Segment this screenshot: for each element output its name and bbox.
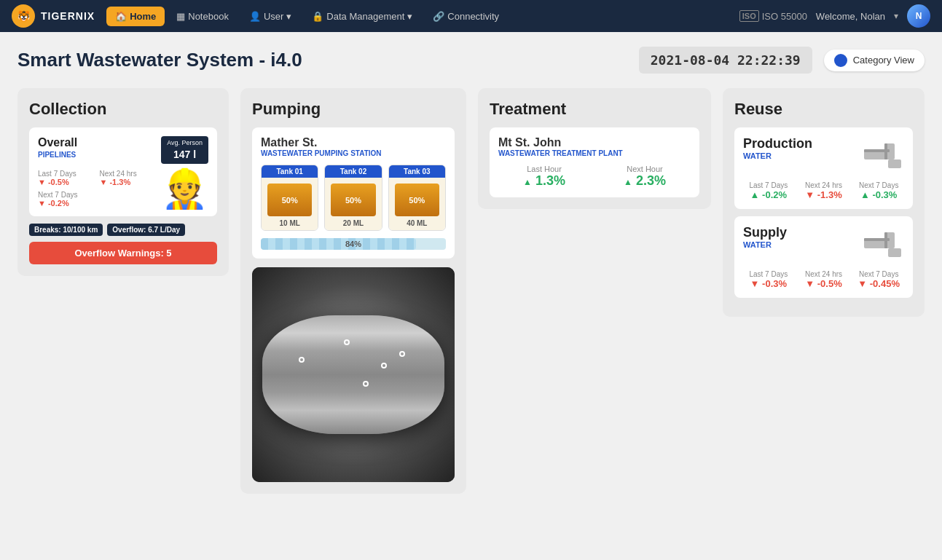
station-sub: WASTEWATER PUMPING STATION	[261, 149, 446, 157]
lock-icon: 🔒	[312, 11, 323, 22]
production-sub: WATER	[743, 151, 812, 160]
avatar[interactable]: N	[907, 4, 930, 28]
supply-stat-next7: Next 7 Days ▼ -0.45%	[853, 270, 904, 289]
tank-03-volume: 40 ML	[392, 219, 442, 227]
pipe-marker-1	[299, 357, 305, 363]
production-header: Production WATER	[743, 136, 904, 176]
supply-stat-next24: Next 24 hrs ▼ -0.5%	[798, 270, 849, 289]
supply-header: Supply WATER	[743, 225, 904, 264]
production-stats: Last 7 Days ▲ -0.2% Next 24 hrs ▼ -1.3% …	[743, 181, 904, 200]
tank-03: Tank 03 50% 40 ML	[388, 165, 446, 231]
treatment-stats: Last Hour ▲ 1.3% Next Hour ▲ 2.3%	[498, 165, 691, 189]
stat-next7: Next 7 Days ▼ -0.2%	[38, 191, 95, 208]
collection-title: Collection	[29, 100, 217, 119]
prod-stat-next7: Next 7 Days ▲ -0.3%	[853, 181, 904, 200]
nav-right: ISO ISO 55000 Welcome, Nolan ▾ N	[739, 4, 930, 28]
nav-connectivity[interactable]: 🔗 Connectivity	[424, 7, 508, 26]
chevron-down-icon-2: ▾	[407, 11, 412, 22]
production-card: Production WATER	[734, 127, 913, 209]
stat-last7: Last 7 Days ▼ -0.5%	[38, 170, 95, 186]
overflow-badge: Overflow: 6.7 L/Day	[107, 224, 185, 236]
tank-02-label: Tank 02	[325, 165, 381, 178]
plant-sub: WASTEWATER TREATMENT PLANT	[498, 149, 691, 157]
navbar: 🐯 TIGERNIX 🏠 Home ▦ Notebook 👤 User ▾ 🔒 …	[0, 0, 942, 32]
production-text: Production WATER	[743, 136, 812, 160]
treatment-card: Mt St. John WASTEWATER TREATMENT PLANT L…	[490, 127, 699, 197]
supply-pipe-icon	[860, 225, 904, 264]
supply-stat-last7: Last 7 Days ▼ -0.3%	[743, 270, 794, 289]
brand-name: TIGERNIX	[41, 10, 95, 22]
supply-card: Supply WATER	[734, 216, 913, 298]
tank-03-fill: 50%	[395, 184, 439, 216]
tank-02-body: 50% 20 ML	[325, 178, 381, 230]
pipe-image	[252, 267, 455, 482]
supply-sub: WATER	[743, 240, 787, 249]
overall-header: Overall PIPELINES Avg. Person 147 l	[38, 136, 208, 164]
pipe-svg-production	[860, 136, 904, 173]
nav-home[interactable]: 🏠 Home	[106, 7, 165, 26]
collection-stats: Last 7 Days ▼ -0.5% Next 24 hrs ▼ -1.3% …	[38, 170, 157, 208]
iso-label: ISO 55000	[762, 11, 807, 22]
stat-next-hour: Next Hour ▲ 2.3%	[599, 165, 691, 189]
tank-03-label: Tank 03	[389, 165, 445, 178]
tank-02-fill: 50%	[331, 184, 375, 216]
svg-rect-4	[884, 143, 887, 159]
tank-03-body: 50% 40 ML	[389, 178, 445, 230]
breaks-row: Breaks: 10/100 km Overflow: 6.7 L/Day	[29, 224, 217, 236]
toggle-indicator	[834, 54, 847, 67]
main-grid: Collection Overall PIPELINES Avg. Person…	[17, 88, 925, 494]
page-header: Smart Wastewater System - i4.0 2021-08-0…	[17, 47, 925, 74]
page: Smart Wastewater System - i4.0 2021-08-0…	[0, 32, 942, 508]
tank-02: Tank 02 50% 20 ML	[324, 165, 382, 231]
brand-logo: 🐯	[12, 4, 35, 28]
nav-data-label: Data Management	[326, 11, 404, 22]
arrow-up-icon-1: ▲	[523, 177, 532, 187]
pipelines-label: PIPELINES	[38, 151, 77, 159]
worker-illustration: 👷	[161, 170, 208, 208]
tank-01-fill: 50%	[267, 184, 312, 216]
treatment-section: Treatment Mt St. John WASTEWATER TREATME…	[478, 88, 711, 209]
pumping-progress-bar: 84%	[261, 238, 446, 250]
page-title: Smart Wastewater System - i4.0	[17, 49, 302, 71]
pipe-marker-5	[399, 351, 405, 357]
supply-text: Supply WATER	[743, 225, 787, 249]
connectivity-icon: 🔗	[433, 11, 444, 22]
nav-user-label: User	[264, 11, 283, 22]
nav-notebook[interactable]: ▦ Notebook	[168, 7, 238, 26]
pipe-marker-3	[363, 381, 369, 387]
nav-notebook-label: Notebook	[188, 11, 229, 22]
progress-fill	[261, 238, 416, 250]
tank-02-volume: 20 ML	[328, 219, 378, 227]
prod-stat-next24: Next 24 hrs ▼ -1.3%	[798, 181, 849, 200]
overall-card: Overall PIPELINES Avg. Person 147 l Last…	[29, 127, 217, 216]
pipe-marker-2	[344, 339, 350, 345]
user-icon: 👤	[249, 11, 261, 22]
prod-stat-last7: Last 7 Days ▲ -0.2%	[743, 181, 794, 200]
station-name: Mather St.	[261, 136, 446, 149]
tank-01-body: 50% 10 ML	[262, 178, 318, 230]
overflow-warning-button[interactable]: Overflow Warnings: 5	[29, 242, 217, 264]
header-right-group: 2021-08-04 22:22:39 Category View	[639, 47, 925, 74]
supply-stats: Last 7 Days ▼ -0.3% Next 24 hrs ▼ -0.5% …	[743, 270, 904, 289]
avg-badge: Avg. Person 147 l	[161, 136, 208, 164]
nav-connectivity-label: Connectivity	[447, 11, 499, 22]
collection-section: Collection Overall PIPELINES Avg. Person…	[17, 88, 229, 276]
nav-home-label: Home	[130, 11, 156, 22]
reuse-section: Reuse Production WATER	[723, 88, 925, 317]
pipe-background	[252, 267, 455, 482]
breaks-badge: Breaks: 10/100 km	[29, 224, 103, 236]
stat-next24: Next 24 hrs ▼ -1.3%	[100, 170, 157, 186]
svg-rect-2	[888, 159, 901, 168]
category-view-toggle[interactable]: Category View	[824, 50, 925, 71]
datetime-badge: 2021-08-04 22:22:39	[639, 47, 812, 74]
tank-01-volume: 10 ML	[264, 219, 315, 227]
nav-data-management[interactable]: 🔒 Data Management ▾	[303, 7, 421, 26]
notebook-icon: ▦	[176, 11, 185, 22]
overall-left: Overall PIPELINES	[38, 136, 77, 159]
nav-user[interactable]: 👤 User ▾	[240, 7, 300, 26]
brand: 🐯 TIGERNIX	[12, 4, 95, 28]
overall-title: Overall	[38, 136, 77, 149]
supply-title: Supply	[743, 225, 787, 240]
pipe-shape	[262, 315, 444, 433]
pumping-section: Pumping Mather St. WASTEWATER PUMPING ST…	[240, 88, 466, 494]
